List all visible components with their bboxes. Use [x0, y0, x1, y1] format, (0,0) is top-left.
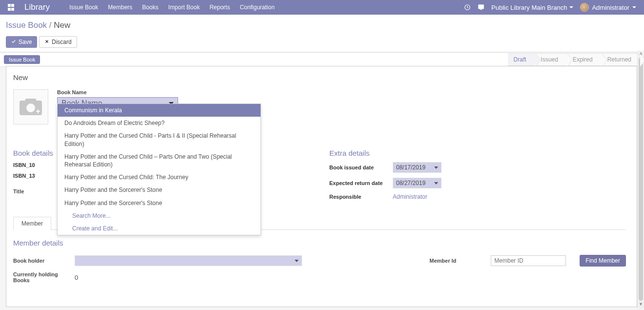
book-name-label: Book Name — [57, 89, 178, 95]
nav-reports[interactable]: Reports — [209, 4, 230, 11]
dropdown-option[interactable]: Harry Potter and the Sorcerer's Stone — [58, 197, 261, 209]
user-name: Administrator — [592, 4, 629, 11]
dropdown-option[interactable]: Communism in Kerala — [58, 104, 261, 117]
return-date-field[interactable]: 08/27/2019 — [393, 178, 442, 188]
tab-member[interactable]: Member — [13, 217, 51, 230]
activities-icon[interactable] — [464, 4, 471, 11]
book-holder-field[interactable] — [75, 255, 302, 266]
issued-date-value: 08/17/2019 — [396, 164, 425, 171]
user-menu[interactable]: Administrator — [580, 3, 636, 12]
save-button[interactable]: Save — [6, 36, 37, 48]
responsible-label: Responsible — [329, 194, 393, 200]
company-switcher[interactable]: Public Library Main Branch — [491, 4, 573, 11]
messaging-icon[interactable] — [478, 4, 484, 11]
dropdown-option[interactable]: Harry Potter and the Cursed Child - Part… — [58, 129, 261, 150]
nav-configuration[interactable]: Configuration — [240, 4, 274, 11]
caret-down-icon — [632, 6, 636, 8]
caret-down-icon — [295, 260, 299, 262]
extra-details-column: Extra details Book issued date 08/17/201… — [329, 149, 626, 205]
issue-book-action-button[interactable]: Issue Book — [4, 55, 40, 64]
extra-details-heading: Extra details — [329, 149, 626, 157]
caret-down-icon — [569, 6, 573, 8]
issued-date-label: Book issued date — [329, 165, 393, 170]
dropdown-search-more[interactable]: Search More... — [58, 209, 261, 222]
breadcrumb: Issue Book / New — [6, 19, 644, 32]
book-name-field: Book Name Book Name Communism in Kerala … — [57, 89, 178, 124]
breadcrumb-current: New — [54, 21, 70, 30]
app-brand[interactable]: Library — [24, 2, 50, 12]
form-scroll[interactable]: New Book Name Book Name Communism in Ker… — [6, 66, 637, 307]
currently-holding-label: Currently holding Books — [13, 271, 75, 283]
dropdown-option[interactable]: Do Androids Dream of Electric Sheep? — [58, 117, 261, 129]
dropdown-option[interactable]: Harry Potter and the Cursed Child: The J… — [58, 171, 261, 184]
book-holder-label: Book holder — [13, 258, 75, 264]
nav-books[interactable]: Books — [142, 4, 158, 11]
control-panel: Issue Book / New Save Discard — [0, 15, 644, 52]
dropdown-option[interactable]: Harry Potter and the Cursed Child – Part… — [58, 150, 261, 171]
outer-scrollbar[interactable]: ▲ ▼ — [637, 51, 644, 309]
discard-label: Discard — [52, 39, 72, 45]
topbar: Library Issue Book Members Books Import … — [0, 0, 644, 15]
book-name-dropdown: Communism in Kerala Do Androids Dream of… — [57, 103, 261, 235]
book-image-placeholder[interactable] — [13, 89, 48, 124]
discard-button[interactable]: Discard — [39, 36, 77, 48]
status-steps: Draft Issued Expired Returned — [508, 53, 640, 66]
scroll-thumb[interactable] — [639, 58, 643, 301]
dropdown-option[interactable]: Harry Potter and the Sorcerer's Stone — [58, 184, 261, 196]
nav-issue-book[interactable]: Issue Book — [69, 4, 98, 11]
return-date-label: Expected return date — [329, 180, 393, 186]
member-id-label: Member Id — [429, 258, 491, 264]
form-statusbar: Issue Book Draft Issued Expired Returned — [0, 52, 644, 67]
member-id-input[interactable] — [491, 255, 566, 266]
camera-add-icon — [20, 98, 42, 117]
currently-holding-value: 0 — [75, 274, 78, 281]
breadcrumb-root[interactable]: Issue Book — [6, 21, 47, 30]
form-sheet: New Book Name Book Name Communism in Ker… — [6, 66, 637, 307]
find-member-button[interactable]: Find Member — [580, 255, 626, 267]
avatar-icon — [580, 3, 589, 12]
caret-down-icon — [434, 166, 438, 169]
nav-members[interactable]: Members — [108, 4, 132, 11]
save-label: Save — [19, 39, 32, 45]
apps-icon[interactable] — [8, 4, 15, 11]
breadcrumb-sep: / — [49, 21, 52, 30]
responsible-link[interactable]: Administrator — [393, 193, 427, 200]
issued-date-field[interactable]: 08/17/2019 — [393, 162, 442, 173]
x-icon — [44, 39, 49, 45]
nav-import-book[interactable]: Import Book — [168, 4, 200, 11]
step-draft[interactable]: Draft — [508, 53, 535, 66]
caret-down-icon — [434, 182, 438, 185]
record-title: New — [13, 73, 626, 82]
scroll-down-icon[interactable]: ▼ — [638, 302, 644, 309]
company-name: Public Library Main Branch — [491, 4, 567, 11]
check-icon — [11, 39, 16, 45]
return-date-value: 08/27/2019 — [396, 180, 425, 186]
member-details-heading: Member details — [13, 239, 626, 247]
dropdown-create-edit[interactable]: Create and Edit... — [58, 222, 261, 235]
